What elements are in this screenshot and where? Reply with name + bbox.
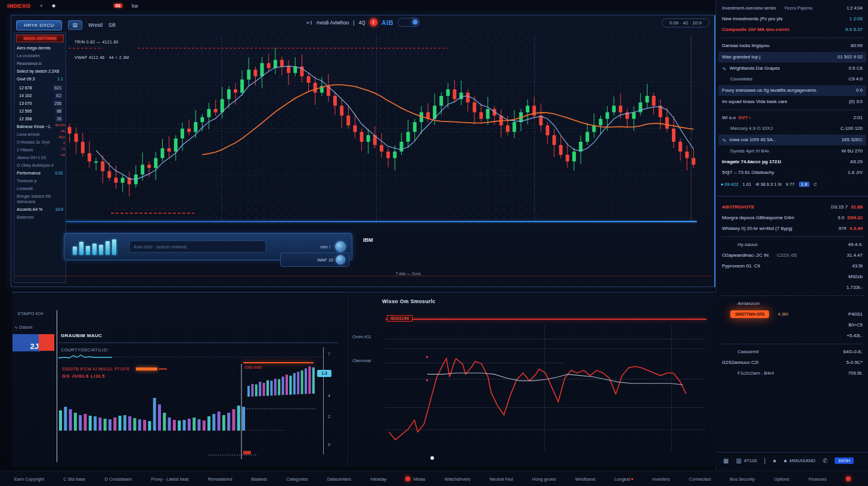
footer-item[interactable]: Proxy - Latest beat [151, 476, 188, 482]
sell-marker-box[interactable] [39, 334, 54, 351]
toolbar-label-split[interactable]: Silt [108, 22, 116, 28]
globe-icon[interactable] [335, 241, 346, 252]
watchlist-row[interactable]: F1c2c2am - B4r4 705.5t. [716, 368, 868, 379]
toolbar-item[interactable]: ● [773, 457, 776, 464]
candlestick-chart[interactable]: TRIN 0.82 — 4121.80 VWAP 4112.46 · 44 ≈ … [66, 35, 697, 221]
watchlist-row[interactable]: Dansas locks lingspou 60:99 [716, 40, 868, 51]
watchlist-row[interactable] [721, 236, 864, 237]
toolbar-item[interactable]: ▥ #7116 [736, 457, 757, 464]
toolbar-label-watch[interactable]: Wrestl [88, 22, 103, 28]
watchlist-row[interactable]: Foury sransaws-us 0g lavatills aurgageva… [718, 85, 866, 96]
watchlist-row[interactable]: Im squad brass Vida bask care (0) 3:0 [716, 96, 868, 107]
search-input[interactable] [129, 241, 266, 253]
footer-item[interactable]: Inverters [652, 476, 669, 482]
footer-item[interactable]: Finances [808, 476, 826, 482]
watchlist-row[interactable]: Movgra dspoos GBtrasporne D4m 3.0 D09.32 [716, 213, 868, 223]
session-clock-pill[interactable]: 0:09 · 42 · 10:9 [662, 18, 709, 27]
footer-item[interactable]: Connected [689, 476, 711, 482]
layout-list-icon[interactable]: ▤ [68, 20, 83, 30]
watchlist-row[interactable]: Hy-sauus 49.4.4: [716, 239, 868, 250]
sidebar-row[interactable]: Govt 09:3 1 1 [14, 75, 66, 83]
sidebar-row[interactable]: La crosswim [14, 52, 66, 60]
watchlist-row[interactable]: ● 09:4221.014I 38 6.3 1 I99 771 #C [716, 178, 868, 191]
watchlist-row[interactable]: Mercury 4.9 O 10XJ C-100 120 [716, 123, 868, 134]
watchlist-row[interactable]: Irragate 74.6accc pg 1721I A5.29 [716, 157, 868, 167]
footer-item[interactable]: Categories [286, 476, 308, 482]
footer-item[interactable]: Earn Copyright [14, 476, 44, 482]
footer-item[interactable]: Remastered [207, 476, 232, 482]
symbol-select-button[interactable]: HRYK DXCU [16, 20, 62, 30]
sidebar-row[interactable]: Balances [14, 213, 66, 221]
footer-item[interactable]: Longest [614, 476, 633, 482]
watchlist-row[interactable]: 50]l7 -- 73 61 Odsteachy 1.6 J/V [716, 167, 868, 178]
watchlist-row[interactable]: +5.43t.. [716, 331, 868, 341]
sidebar-row[interactable]: Performance 0.91 [14, 169, 66, 177]
caret-down-icon[interactable]: ▾ [40, 4, 42, 8]
watchlist-row[interactable]: ∿ Iowa cos 10!9 43 5A... 165 32EC [718, 135, 866, 145]
sidebar-row[interactable]: Select by sketch 2,3X8 [14, 67, 66, 75]
toolbar-item[interactable]: ● MMUISAND [783, 457, 816, 464]
footer-item[interactable]: Wristband [575, 476, 596, 482]
watchlist-row[interactable]: O2aywandinac-.2C IN C223.-05 31.4.47 [716, 250, 868, 261]
sidebar-row[interactable]: Bringer started 99i deinsvans [14, 192, 66, 205]
globe-icon[interactable] [336, 255, 345, 264]
depth-row[interactable]: 12 595 88 [14, 107, 66, 115]
timeframe-label[interactable]: 4Q [358, 20, 365, 26]
momentum-line-chart[interactable] [386, 319, 705, 450]
depth-row[interactable]: 12 678 621 [14, 84, 66, 92]
watchlist-row[interactable]: Was granded top j 01 502 9 02 [718, 52, 866, 63]
watchlist-row[interactable]: ∿ Wrightlands Dai Grapes 0.5 C6 [716, 63, 868, 74]
toolbar-item[interactable]: 69/9H [835, 457, 854, 464]
sidebar-row[interactable]: Aers mega dermis [14, 44, 66, 52]
footer-item[interactable]: Neutral Fed [489, 476, 513, 482]
alert-icon[interactable]: ! [370, 18, 377, 26]
panel-corner-sublabel[interactable]: ∿ Odsnm [14, 325, 32, 330]
footer-item[interactable]: Midas [405, 476, 425, 482]
watchlist-row[interactable] [721, 110, 864, 110]
toolbar-item[interactable]: | [764, 457, 766, 464]
depth-row[interactable]: 14 102 E2 [14, 92, 66, 99]
footer-item[interactable]: Intraday [370, 476, 386, 482]
waf-label[interactable]: WAF 10 [317, 257, 333, 263]
watchlist-row[interactable]: Whiskey 0) 20-br wrr4bd (7 8ypgj 97# 4.3… [716, 223, 868, 234]
watchlist-row[interactable]: G2S2annuco C2t 5-0-5C* [716, 357, 868, 368]
watchlist-row[interactable]: New Investments (Pc pro yts 1 2:05 [716, 14, 868, 24]
volume-bars-chart[interactable] [58, 364, 323, 459]
depth-row[interactable]: 13 070 256 [14, 99, 66, 107]
watchlist-row[interactable]: A8OTRG#GTE D3.15 7 31.88 [716, 202, 868, 213]
sidebar-row[interactable]: Resonance-b [14, 60, 66, 67]
watchlist-row[interactable]: Cassarmil 64G-0-E. [716, 347, 868, 357]
footer-item[interactable]: Datacenters [327, 476, 351, 482]
sidebar-row[interactable]: Accents A4 % 19.9 [14, 205, 66, 213]
toolbar-item[interactable]: ✆ [823, 457, 827, 464]
position-count-box[interactable]: 2J [13, 334, 41, 351]
footer-item[interactable] [846, 476, 854, 481]
watchlist-row[interactable]: 1,733t.- [716, 282, 868, 293]
sidebar-row[interactable]: Treasure p [14, 177, 66, 185]
watchlist-row[interactable]: $0+C5 [716, 320, 868, 331]
footer-item[interactable]: Hong grows [532, 476, 556, 482]
watchlist-row[interactable] [721, 295, 864, 296]
live-toggle[interactable] [398, 18, 419, 27]
alert-banner[interactable]: SHUO-GIXTIXHH [16, 35, 64, 42]
footer-item[interactable]: Bus Security [730, 476, 755, 482]
watchlist-row[interactable] [721, 38, 864, 38]
watchlist-row[interactable]: Amiaxzum [716, 298, 868, 309]
footer-item[interactable]: Baskets [251, 476, 267, 482]
watchlist-row[interactable]: Pyproxeon 01. C9 43.5t [716, 261, 868, 272]
watchlist-row[interactable]: SWSTTWH-OFD 4.9t0 P40S1 [716, 309, 868, 320]
footer-item[interactable]: D Crossbeam [104, 476, 132, 482]
watchlist-row[interactable]: Composite 10# MA dev-correl. 9.9 5.37 [716, 24, 868, 35]
watchlist-row[interactable]: M92zb [716, 272, 868, 282]
footer-item[interactable]: Options [774, 476, 789, 482]
footer-item[interactable]: Watchdrivers [445, 476, 470, 482]
watchlist-row[interactable] [716, 196, 868, 197]
toolbar-item[interactable]: ▦ [723, 457, 728, 464]
sidebar-row[interactable]: Lorawatt [14, 185, 66, 192]
bolt-icon[interactable]: ◆ [52, 3, 55, 8]
watchlist-row[interactable]: Couvsides C9 4:0 [716, 74, 868, 85]
watchlist-row[interactable]: Investment-overview series Fezra Pajama … [716, 1, 868, 14]
sidebar-row[interactable]: O Obey Autsleyes # [14, 161, 66, 169]
footer-item[interactable]: C Std base [63, 476, 85, 482]
watchlist-row[interactable] [721, 344, 864, 344]
